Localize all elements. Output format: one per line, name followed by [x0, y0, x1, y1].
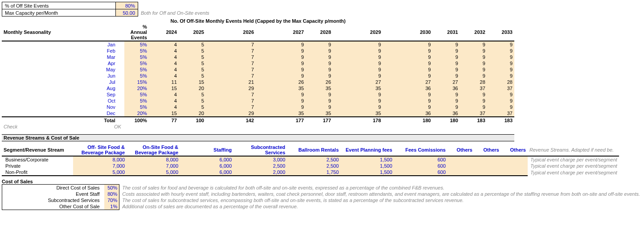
season-value: 9 [487, 98, 514, 104]
season-value: 9 [460, 41, 487, 48]
cos-title: Cost of Sales [2, 179, 642, 184]
revenue-value[interactable]: 3,000 [234, 156, 287, 163]
month-pct[interactable]: 5% [124, 48, 152, 54]
revenue-row: Non-Profit5,0005,0006,0002,0001,7501,500… [2, 169, 619, 176]
revenue-value[interactable]: 7,000 [127, 163, 180, 169]
season-value: 9 [487, 48, 514, 54]
cos-value[interactable]: 1% [104, 203, 119, 210]
season-value: 9 [487, 54, 514, 60]
season-value: 9 [306, 41, 333, 48]
season-value: 9 [433, 60, 460, 66]
season-value: 9 [460, 60, 487, 66]
revenue-value[interactable]: 1,500 [340, 163, 394, 169]
total-label: Total [93, 117, 124, 124]
season-value: 9 [460, 104, 487, 110]
revenue-value[interactable]: 600 [394, 163, 447, 169]
revenue-value[interactable]: 5,000 [127, 169, 180, 176]
season-value: 9 [333, 66, 383, 73]
season-value: 9 [460, 91, 487, 98]
season-value: 37 [460, 110, 487, 117]
year-header: 2029 [333, 24, 383, 41]
season-value: 9 [306, 73, 333, 79]
month-pct[interactable]: 5% [124, 41, 152, 48]
revenue-value[interactable]: 5,000 [73, 169, 127, 176]
revenue-value[interactable] [447, 156, 474, 163]
revenue-value[interactable]: 8,000 [73, 156, 127, 163]
season-row: Feb5%4579999999 [2, 48, 514, 54]
revenue-value[interactable]: 600 [394, 156, 447, 163]
month-pct[interactable]: 5% [124, 73, 152, 79]
seasonality-table: Monthly Seasonality % Annual Events 2024… [2, 24, 514, 124]
month-pct[interactable]: 5% [124, 91, 152, 98]
season-row: Nov5%4579999999 [2, 104, 514, 110]
season-value: 7 [206, 48, 256, 54]
month-pct[interactable]: 5% [124, 104, 152, 110]
check-label: Check [2, 124, 91, 130]
season-value: 7 [206, 104, 256, 110]
month-pct[interactable]: 15% [124, 79, 152, 85]
year-header: 2027 [256, 24, 306, 41]
season-value: 7 [206, 41, 256, 48]
season-value: 9 [333, 60, 383, 66]
season-value: 9 [256, 60, 306, 66]
revenue-value[interactable] [474, 169, 501, 176]
revenue-value[interactable]: 1,500 [340, 156, 394, 163]
season-row: May5%4579999999 [2, 66, 514, 73]
pct-offsite-label: % of Off Site Events [2, 2, 116, 9]
total-value: 180 [433, 117, 460, 124]
cos-value[interactable]: 70% [104, 197, 119, 203]
revenue-col-header: Ballroom Rentals [287, 144, 340, 156]
cos-note: The cost of sales for subcontracted serv… [119, 197, 642, 203]
season-value: 35 [256, 85, 306, 91]
pct-offsite-value[interactable]: 80% [116, 2, 138, 9]
season-value: 9 [433, 48, 460, 54]
month-pct[interactable]: 20% [124, 85, 152, 91]
revenue-value[interactable]: 1,500 [340, 169, 394, 176]
cos-value[interactable]: 50% [104, 185, 119, 191]
month-pct[interactable]: 5% [124, 60, 152, 66]
season-value: 21 [206, 79, 256, 85]
revenue-value[interactable] [501, 156, 528, 163]
month-pct[interactable]: 20% [124, 110, 152, 117]
revenue-value[interactable] [474, 156, 501, 163]
season-value: 5 [179, 54, 206, 60]
season-value: 4 [152, 66, 179, 73]
season-row: Oct5%4579999999 [2, 98, 514, 104]
season-row: Jun5%4579999999 [2, 73, 514, 79]
season-row: Aug20%15202935353536363737 [2, 85, 514, 91]
revenue-value[interactable] [474, 163, 501, 169]
season-value: 35 [306, 110, 333, 117]
season-value: 9 [460, 98, 487, 104]
cos-row: Event Staff80%Costs associated with hour… [2, 191, 642, 197]
cos-value[interactable]: 80% [104, 191, 119, 197]
cos-note: Costs associated with hourly event staff… [119, 191, 642, 197]
revenue-value[interactable]: 6,000 [180, 169, 234, 176]
season-value: 9 [383, 54, 433, 60]
revenue-value[interactable]: 2,500 [234, 163, 287, 169]
revenue-value[interactable]: 6,000 [180, 163, 234, 169]
revenue-value[interactable] [501, 169, 528, 176]
season-value: 9 [433, 91, 460, 98]
revenue-value[interactable]: 8,000 [127, 156, 180, 163]
month-label: Jun [93, 73, 124, 79]
revenue-value[interactable] [447, 163, 474, 169]
revenue-value[interactable] [501, 163, 528, 169]
season-value: 29 [206, 85, 256, 91]
revenue-value[interactable]: 600 [394, 169, 447, 176]
month-pct[interactable]: 5% [124, 98, 152, 104]
revenue-value[interactable]: 2,500 [287, 163, 340, 169]
month-pct[interactable]: 5% [124, 54, 152, 60]
revenue-value[interactable]: 2,000 [234, 169, 287, 176]
revenue-value[interactable]: 2,500 [287, 156, 340, 163]
max-cap-value[interactable]: 50.00 [116, 9, 138, 16]
month-pct[interactable]: 5% [124, 66, 152, 73]
total-pct: 100% [124, 117, 152, 124]
revenue-value[interactable]: 1,750 [287, 169, 340, 176]
season-value: 9 [333, 98, 383, 104]
revenue-value[interactable] [447, 169, 474, 176]
season-value: 9 [433, 73, 460, 79]
season-value: 9 [383, 73, 433, 79]
revenue-value[interactable]: 6,000 [180, 156, 234, 163]
total-value: 100 [179, 117, 206, 124]
revenue-value[interactable]: 7,000 [73, 163, 127, 169]
